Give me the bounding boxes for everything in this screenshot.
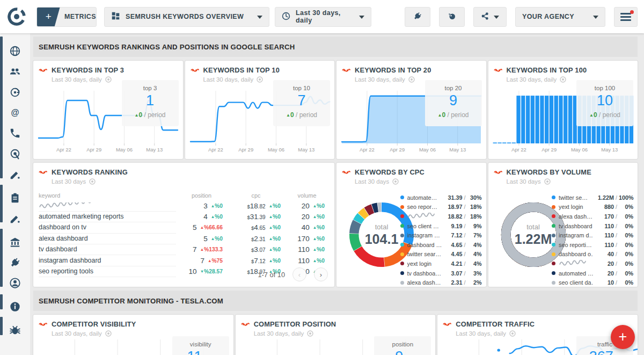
add-widget-fab[interactable]: + (611, 325, 635, 349)
sidebar-item-clipboard[interactable] (9, 192, 21, 204)
legend-item: 18.82/18% (400, 212, 482, 221)
keywords-by-cpc-card: KEYWORDS BY CPCLast 30 daystotal104.1aut… (336, 163, 486, 287)
main-menu-button[interactable] (614, 7, 638, 27)
donut-total-value: 1.22M (515, 231, 552, 247)
appearance-button[interactable] (439, 7, 465, 27)
legend-dot (400, 195, 404, 199)
donut-legend: twitter se…1.22M/100%yext login880/0%ale… (552, 193, 633, 287)
card-subtitle-row: Last 30 days (355, 178, 481, 185)
stat-label: top 10 (273, 85, 330, 91)
stat-overlay: position9.6 (374, 336, 431, 355)
volume-change: ▲%0 (313, 236, 325, 242)
cpc-cell: $4.65▲%0 (227, 223, 285, 231)
currency-symbol: $ (251, 225, 254, 231)
sidebar-item-edit-pen[interactable] (9, 169, 21, 180)
table-row: alexa dashboard5▲%0$2.31▲%0170▲%0 (39, 233, 329, 244)
volume-change: ▲%0 (313, 247, 325, 252)
legend-dot (552, 205, 555, 209)
legend-value: 7.12 (451, 232, 462, 238)
legend-item: seo client da…10/0% (552, 278, 633, 287)
ranking-table: keywordpositioncpcvolume3▲%0$18.82▲%020▲… (39, 191, 329, 277)
up-arrow-icon: ▲ (313, 204, 317, 208)
cpc-cell: $31.39▲%0 (227, 213, 285, 221)
integrations-button[interactable] (405, 7, 430, 27)
stat-overlay: top 209▲0 / period (425, 80, 482, 126)
semrush-source-icon (39, 322, 47, 327)
column-header-position: position (176, 192, 227, 199)
volume-cell: 20▲%0 (285, 202, 329, 210)
plug-icon (413, 11, 422, 23)
sidebar-item-globe-touch[interactable] (9, 148, 21, 160)
section-header-competitors: SEMRUSH COMPETITOR MONITORING - TESLA.CO… (33, 291, 638, 311)
cpc-cell: $7.12▲%0 (227, 257, 285, 265)
currency-symbol: $ (251, 258, 254, 264)
sidebar-item-account[interactable] (9, 277, 21, 289)
sidebar-item-bank[interactable] (9, 236, 21, 248)
volume-value: 110 (298, 257, 310, 265)
up-arrow-icon: ▲ (313, 225, 317, 230)
metric-card-keywords_top3: KEYWORDS IN TOP 3Last 30 days, dailyApr … (33, 61, 183, 159)
dashboard-selector[interactable]: SEMRUSH KEYWORDS OVERVIEW (104, 7, 269, 27)
card-title: KEYWORDS IN TOP 100 (507, 66, 587, 74)
share-button[interactable] (473, 7, 507, 27)
sidebar-item-plug[interactable] (9, 257, 21, 269)
legend-dot (400, 214, 404, 218)
card-subtitle: Last 30 days, daily (507, 76, 557, 83)
card-title-row: KEYWORDS IN TOP 3 (39, 66, 178, 74)
legend-pct: 0% (619, 251, 633, 257)
up-arrow-icon: ▲ (269, 225, 273, 230)
legend-slash: / (464, 213, 466, 220)
pagination-prev-button[interactable]: ‹ (292, 267, 306, 281)
legend-dot (400, 205, 404, 209)
legend-slash: / (464, 204, 466, 210)
x-axis-label: May 06 (570, 147, 587, 153)
legend-slash: / (616, 213, 617, 220)
legend-pct: 0% (619, 279, 633, 286)
card-title: KEYWORDS BY CPC (355, 168, 425, 176)
stat-int: 367 (589, 349, 613, 355)
chevron-down-icon (257, 13, 262, 20)
time-range-selector[interactable]: Last 30 days, daily (275, 7, 371, 27)
card-title-row: KEYWORDS BY VOLUME (494, 168, 633, 176)
section-title: SEMRUSH KEYWORDS RANKINGS AND POSITIONS … (39, 43, 295, 51)
volume-cell: 40▲%0 (285, 223, 329, 231)
account-icon (9, 277, 21, 289)
legend-label: instagram d… (559, 232, 593, 238)
sidebar-item-team[interactable] (9, 66, 21, 77)
volume-value: 20 (302, 213, 310, 221)
card-subtitle: Last 30 days, daily (456, 330, 506, 337)
sidebar-item-bug[interactable] (9, 324, 21, 336)
theme-palette-icon (447, 11, 457, 23)
add-metrics-button[interactable]: + METRICS (36, 7, 97, 27)
x-axis-label: May 06 (419, 147, 436, 153)
legend-value: 110 (605, 232, 614, 238)
globe-icon (9, 45, 21, 57)
currency-symbol: $ (251, 247, 254, 253)
keyword-cell: automated marketing reports (39, 211, 176, 222)
legend-slash: / (464, 242, 466, 248)
plus-icon: + (37, 7, 60, 27)
stat-label: top 100 (576, 85, 633, 91)
sidebar-item-globe[interactable] (9, 45, 21, 57)
card-title: KEYWORDS IN TOP 20 (355, 66, 431, 74)
stat-overlay: visibility11.78 (172, 336, 229, 355)
legend-item: tv dashboard110/0% (552, 221, 633, 231)
pagination-next-button[interactable]: › (314, 267, 328, 281)
sidebar-item-info[interactable] (9, 301, 21, 313)
card-title: COMPETITOR POSITION (254, 320, 336, 328)
table-row: dashboard on tv5▲%66.66$4.65▲%040▲%0 (39, 222, 329, 233)
agency-selector[interactable]: YOUR AGENCY (515, 7, 605, 27)
sidebar-item-phone[interactable] (9, 127, 21, 139)
legend-label: tv dashboa… (407, 270, 442, 277)
sidebar-item-globe-sync[interactable] (9, 86, 21, 98)
edit-pen-2-icon (9, 213, 21, 224)
position-change: ▲%0 (211, 236, 223, 242)
card-title-row: COMPETITOR POSITION (241, 320, 430, 328)
legend-slash: / (616, 242, 617, 248)
card-subtitle: Last 30 days (507, 178, 541, 185)
sidebar-item-at-sign[interactable]: @ (9, 107, 21, 119)
sidebar-item-edit-pen-2[interactable] (9, 213, 21, 224)
x-axis-label: Apr 29 (86, 147, 101, 153)
keyword-text: dashboard on tv (39, 223, 86, 231)
stat-value: 9 (425, 92, 482, 111)
